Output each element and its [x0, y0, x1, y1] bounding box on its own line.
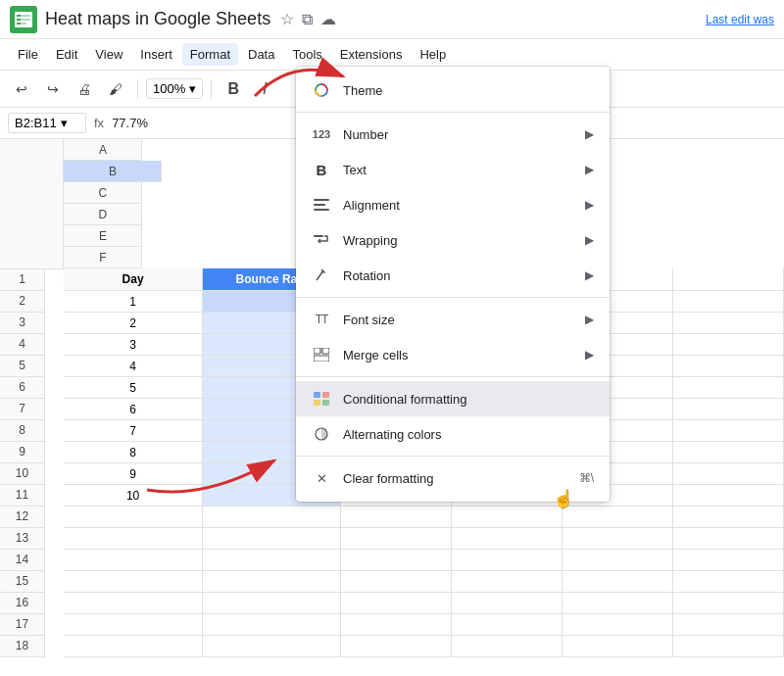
cell-d16[interactable]: [452, 593, 563, 614]
format-menu-fontsize[interactable]: TT Font size ▶: [296, 302, 610, 337]
cell-f6[interactable]: [673, 377, 784, 399]
menu-insert[interactable]: Insert: [132, 43, 180, 66]
cell-a9[interactable]: 8: [64, 442, 203, 463]
format-menu-alternating[interactable]: Alternating colors: [296, 416, 610, 452]
star-icon[interactable]: ☆: [280, 10, 294, 28]
cell-ref-dropdown-icon[interactable]: ▾: [61, 116, 68, 130]
cell-f9[interactable]: [673, 442, 784, 463]
menu-help[interactable]: Help: [412, 43, 454, 66]
cell-b13[interactable]: [203, 528, 341, 550]
italic-button[interactable]: I: [251, 75, 278, 103]
row-header-6[interactable]: 6: [0, 377, 45, 399]
cell-c15[interactable]: [341, 571, 452, 593]
row-header-16[interactable]: 16: [0, 593, 45, 614]
cell-d18[interactable]: [452, 636, 563, 657]
cell-b15[interactable]: [203, 571, 341, 593]
bold-button[interactable]: B: [220, 75, 247, 103]
format-menu-text[interactable]: B Text ▶: [296, 152, 610, 187]
cell-f17[interactable]: [673, 614, 784, 636]
format-menu-theme[interactable]: Theme: [296, 72, 610, 108]
cell-d17[interactable]: [452, 614, 563, 636]
format-menu-rotation[interactable]: Rotation ▶: [296, 258, 610, 293]
cell-a6[interactable]: 5: [64, 377, 203, 399]
row-header-4[interactable]: 4: [0, 334, 45, 356]
cell-f11[interactable]: [673, 485, 784, 507]
row-header-7[interactable]: 7: [0, 399, 45, 420]
cell-f18[interactable]: [673, 636, 784, 657]
cell-b16[interactable]: [203, 593, 341, 614]
undo-button[interactable]: ↩: [8, 75, 35, 103]
row-header-17[interactable]: 17: [0, 614, 45, 636]
cell-f1[interactable]: [673, 268, 784, 291]
cell-d14[interactable]: [452, 550, 563, 571]
cell-b17[interactable]: [203, 614, 341, 636]
cell-f14[interactable]: [673, 550, 784, 571]
cell-f8[interactable]: [673, 420, 784, 442]
row-header-13[interactable]: 13: [0, 528, 45, 550]
cell-c13[interactable]: [341, 528, 452, 550]
last-edit-text[interactable]: Last edit was: [706, 13, 774, 26]
cell-e13[interactable]: [563, 528, 673, 550]
cell-a14[interactable]: [64, 550, 203, 571]
cell-d13[interactable]: [452, 528, 563, 550]
row-header-2[interactable]: 2: [0, 291, 45, 313]
row-header-8[interactable]: 8: [0, 420, 45, 442]
cell-a17[interactable]: [64, 614, 203, 636]
cell-a10[interactable]: 9: [64, 463, 203, 485]
col-header-c[interactable]: C: [64, 182, 142, 204]
menu-edit[interactable]: Edit: [48, 43, 85, 66]
paint-format-button[interactable]: 🖌: [102, 75, 129, 103]
cell-a3[interactable]: 2: [64, 313, 203, 334]
format-menu-number[interactable]: 123 Number ▶: [296, 117, 610, 152]
menu-tools[interactable]: Tools: [284, 43, 329, 66]
cell-f7[interactable]: [673, 399, 784, 420]
cell-c17[interactable]: [341, 614, 452, 636]
cell-e17[interactable]: [563, 614, 673, 636]
cell-b14[interactable]: [203, 550, 341, 571]
cell-a15[interactable]: [64, 571, 203, 593]
cell-a2[interactable]: 1: [64, 291, 203, 313]
cell-b12[interactable]: [203, 507, 341, 528]
row-header-10[interactable]: 10: [0, 463, 45, 485]
menu-extensions[interactable]: Extensions: [332, 43, 411, 66]
cloud-icon[interactable]: ☁: [320, 10, 336, 28]
col-header-f[interactable]: F: [64, 247, 142, 268]
cell-e14[interactable]: [563, 550, 673, 571]
menu-file[interactable]: File: [10, 43, 46, 66]
row-header-5[interactable]: 5: [0, 356, 45, 377]
row-header-18[interactable]: 18: [0, 636, 45, 657]
cell-a5[interactable]: 4: [64, 356, 203, 377]
cell-a18[interactable]: [64, 636, 203, 657]
col-header-b[interactable]: B: [64, 161, 162, 182]
cell-c12[interactable]: [341, 507, 452, 528]
cell-d12[interactable]: [452, 507, 563, 528]
cell-a7[interactable]: 6: [64, 399, 203, 420]
col-header-e[interactable]: E: [64, 225, 142, 247]
cell-f15[interactable]: [673, 571, 784, 593]
redo-button[interactable]: ↪: [39, 75, 67, 103]
format-menu-alignment[interactable]: Alignment ▶: [296, 187, 610, 222]
col-header-a[interactable]: A: [64, 139, 142, 161]
cell-f12[interactable]: [673, 507, 784, 528]
cell-f13[interactable]: [673, 528, 784, 550]
row-header-14[interactable]: 14: [0, 550, 45, 571]
cell-e12[interactable]: [563, 507, 673, 528]
row-header-9[interactable]: 9: [0, 442, 45, 463]
cell-a8[interactable]: 7: [64, 420, 203, 442]
cell-e15[interactable]: [563, 571, 673, 593]
cell-e18[interactable]: [563, 636, 673, 657]
format-menu-merge[interactable]: Merge cells ▶: [296, 337, 610, 372]
cell-a11[interactable]: 10: [64, 485, 203, 507]
row-header-12[interactable]: 12: [0, 507, 45, 528]
cell-f2[interactable]: [673, 291, 784, 313]
cell-a16[interactable]: [64, 593, 203, 614]
print-button[interactable]: 🖨: [71, 75, 98, 103]
row-header-11[interactable]: 11: [0, 485, 45, 507]
format-menu-wrapping[interactable]: Wrapping ▶: [296, 222, 610, 258]
format-menu-conditional[interactable]: Conditional formatting: [296, 381, 610, 416]
cell-a12[interactable]: [64, 507, 203, 528]
cell-f3[interactable]: [673, 313, 784, 334]
cell-f10[interactable]: [673, 463, 784, 485]
cell-b18[interactable]: [203, 636, 341, 657]
row-header-3[interactable]: 3: [0, 313, 45, 334]
